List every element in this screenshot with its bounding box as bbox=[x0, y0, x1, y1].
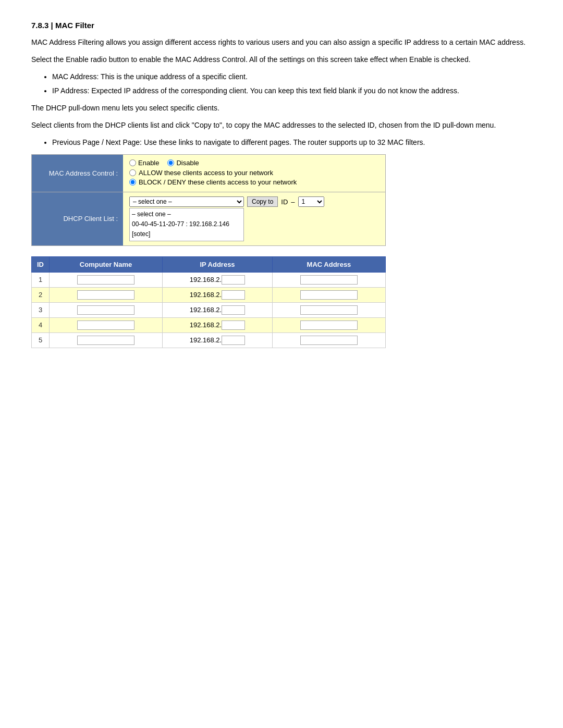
cell-computer-name bbox=[50, 287, 163, 302]
para2: Select the Enable radio button to enable… bbox=[31, 54, 532, 65]
cell-ip-address: 192.168.2. bbox=[163, 287, 273, 302]
cell-id: 1 bbox=[32, 272, 50, 287]
allow-radio-item[interactable]: ALLOW these clients access to your netwo… bbox=[129, 169, 379, 177]
cell-computer-name bbox=[50, 317, 163, 332]
ip-prefix: 192.168.2. bbox=[190, 306, 222, 314]
block-radio[interactable] bbox=[129, 179, 136, 186]
mac-address-input[interactable] bbox=[300, 336, 358, 345]
section-heading: 7.8.3 | MAC Filter bbox=[31, 21, 532, 30]
mac-address-input[interactable] bbox=[300, 290, 358, 300]
mac-address-input[interactable] bbox=[300, 275, 358, 285]
computer-name-input[interactable] bbox=[77, 305, 134, 315]
cell-mac-address bbox=[272, 287, 385, 302]
bullets-list-1: MAC Address: This is the unique address … bbox=[52, 71, 532, 96]
cell-id: 3 bbox=[32, 302, 50, 317]
table-row: 1192.168.2. bbox=[32, 272, 386, 287]
id-label: ID bbox=[281, 198, 288, 206]
cell-mac-address bbox=[272, 302, 385, 317]
cell-mac-address bbox=[272, 317, 385, 332]
cell-id: 4 bbox=[32, 317, 50, 332]
th-id: ID bbox=[32, 256, 50, 272]
cell-id: 5 bbox=[32, 332, 50, 348]
dhcp-label: DHCP Client List : bbox=[32, 192, 123, 245]
dash-label: – bbox=[291, 198, 295, 206]
mac-filter-table: ID Computer Name IP Address MAC Address … bbox=[31, 256, 386, 348]
copy-to-button[interactable]: Copy to bbox=[247, 196, 278, 207]
th-computer-name: Computer Name bbox=[50, 256, 163, 272]
enable-radio[interactable] bbox=[129, 159, 136, 166]
ip-last-octet-input[interactable] bbox=[222, 305, 245, 315]
allow-radio[interactable] bbox=[129, 169, 136, 176]
para3: The DHCP pull-down menu lets you select … bbox=[31, 103, 532, 114]
mac-control-content: Enable Disable ALLOW these clients acces… bbox=[123, 155, 385, 192]
table-row: 4192.168.2. bbox=[32, 317, 386, 332]
table-row: 5192.168.2. bbox=[32, 332, 386, 348]
mac-address-input[interactable] bbox=[300, 320, 358, 330]
block-text: BLOCK / DENY these clients access to you… bbox=[139, 178, 297, 186]
ip-last-octet-input[interactable] bbox=[222, 336, 245, 345]
dhcp-row: DHCP Client List : – select one – 00-40-… bbox=[32, 192, 385, 245]
cell-ip-address: 192.168.2. bbox=[163, 317, 273, 332]
th-ip-address: IP Address bbox=[163, 256, 273, 272]
cell-mac-address bbox=[272, 272, 385, 287]
table-row: 3192.168.2. bbox=[32, 302, 386, 317]
cell-computer-name bbox=[50, 272, 163, 287]
table-header-row: ID Computer Name IP Address MAC Address bbox=[32, 256, 386, 272]
th-mac-address: MAC Address bbox=[272, 256, 385, 272]
disable-radio[interactable] bbox=[167, 159, 174, 166]
mac-address-input[interactable] bbox=[300, 305, 358, 315]
cell-mac-address bbox=[272, 332, 385, 348]
computer-name-input[interactable] bbox=[77, 275, 134, 285]
disable-radio-label[interactable]: Disable bbox=[167, 159, 199, 167]
cell-ip-address: 192.168.2. bbox=[163, 302, 273, 317]
para4: Select clients from the DHCP clients lis… bbox=[31, 120, 532, 131]
cell-ip-address: 192.168.2. bbox=[163, 272, 273, 287]
dhcp-content: – select one – 00-40-45-11-20-77 : 192.1… bbox=[123, 192, 385, 245]
ip-prefix: 192.168.2. bbox=[190, 321, 222, 329]
computer-name-input[interactable] bbox=[77, 336, 134, 345]
id-select[interactable]: 12345 bbox=[298, 196, 324, 207]
bullets-list-2: Previous Page / Next Page: Use these lin… bbox=[52, 137, 532, 148]
cell-ip-address: 192.168.2. bbox=[163, 332, 273, 348]
para1: MAC Address Filtering allows you assign … bbox=[31, 37, 532, 48]
cell-computer-name bbox=[50, 302, 163, 317]
cell-id: 2 bbox=[32, 287, 50, 302]
mac-control-label: MAC Address Control : bbox=[32, 155, 123, 192]
ip-prefix: 192.168.2. bbox=[190, 291, 222, 299]
dhcp-select[interactable]: – select one – 00-40-45-11-20-77 : 192.1… bbox=[129, 196, 244, 207]
ip-prefix: 192.168.2. bbox=[190, 336, 222, 344]
computer-name-input[interactable] bbox=[77, 290, 134, 300]
ip-last-octet-input[interactable] bbox=[222, 275, 245, 285]
mac-control-row: MAC Address Control : Enable Disable ALL… bbox=[32, 155, 385, 192]
mac-address-panel: MAC Address Control : Enable Disable ALL… bbox=[31, 154, 386, 246]
cell-computer-name bbox=[50, 332, 163, 348]
ip-prefix: 192.168.2. bbox=[190, 276, 222, 283]
dropdown-hint: – select one – 00-40-45-11-20-77 : 192.1… bbox=[129, 208, 244, 241]
computer-name-input[interactable] bbox=[77, 320, 134, 330]
bullet-ip-address: IP Address: Expected IP address of the c… bbox=[52, 85, 532, 96]
bullet-prev-next: Previous Page / Next Page: Use these lin… bbox=[52, 137, 532, 148]
ip-last-octet-input[interactable] bbox=[222, 290, 245, 300]
bullet-mac-address: MAC Address: This is the unique address … bbox=[52, 71, 532, 82]
block-radio-item[interactable]: BLOCK / DENY these clients access to you… bbox=[129, 178, 379, 186]
allow-text: ALLOW these clients access to your netwo… bbox=[139, 169, 273, 177]
table-row: 2192.168.2. bbox=[32, 287, 386, 302]
enable-radio-label[interactable]: Enable bbox=[129, 159, 159, 167]
ip-last-octet-input[interactable] bbox=[222, 320, 245, 330]
